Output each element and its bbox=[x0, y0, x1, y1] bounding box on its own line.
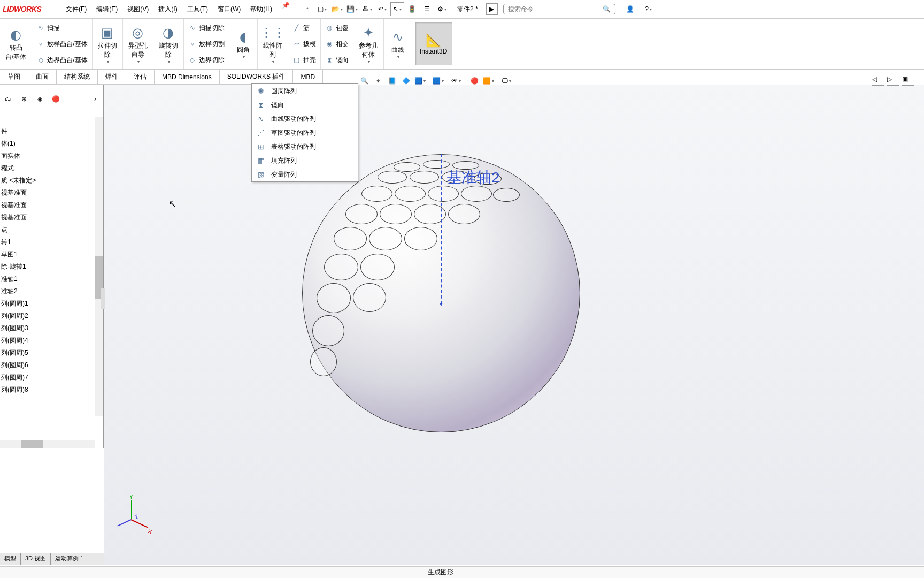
menu-view[interactable]: 视图(V) bbox=[123, 2, 153, 17]
select-icon[interactable]: ↖▾ bbox=[390, 2, 404, 16]
tree-item[interactable]: 列(圆周)3 bbox=[0, 322, 103, 334]
tab-evaluate[interactable]: 评估 bbox=[126, 70, 155, 84]
menu-window[interactable]: 窗口(W) bbox=[213, 2, 245, 17]
tree-item[interactable]: 列(圆周)8 bbox=[0, 384, 103, 396]
zoom-fit-icon[interactable]: 🔍 bbox=[358, 75, 370, 87]
tree-item[interactable]: 体(1) bbox=[0, 138, 103, 150]
tab-model[interactable]: 模型 bbox=[0, 553, 21, 565]
search-icon[interactable]: 🔍 bbox=[603, 5, 611, 13]
zoom-area-icon[interactable]: ⌖ bbox=[372, 75, 384, 87]
menu-tools[interactable]: 工具(T) bbox=[183, 2, 212, 17]
loft-cut-button[interactable]: ▿放样切割 bbox=[186, 39, 227, 50]
tree-item[interactable]: 准轴1 bbox=[0, 273, 103, 285]
next-panel-icon[interactable]: ▷ bbox=[887, 75, 899, 86]
curves-button[interactable]: ∿曲线▾ bbox=[386, 26, 410, 62]
panel-tab-config[interactable]: ◈ bbox=[32, 91, 48, 107]
help-icon[interactable]: ? ▾ bbox=[642, 2, 656, 16]
undo-icon[interactable]: ↶▾ bbox=[375, 2, 389, 16]
tree-item[interactable]: 除-旋转1 bbox=[0, 261, 103, 273]
hide-show-icon[interactable]: 👁▾ bbox=[450, 75, 462, 87]
dd-curve-pattern[interactable]: ∿曲线驱动的阵列 bbox=[252, 112, 358, 126]
dd-table-pattern[interactable]: ⊞表格驱动的阵列 bbox=[252, 140, 358, 154]
dd-circular-pattern[interactable]: ✺圆周阵列 bbox=[252, 84, 358, 98]
tree-item[interactable]: 视基准面 bbox=[0, 187, 103, 199]
linear-pattern-button[interactable]: ⋮⋮线性阵 列▾ bbox=[260, 22, 286, 66]
search-input[interactable] bbox=[508, 5, 603, 13]
tree-item[interactable]: 视基准面 bbox=[0, 211, 103, 224]
tree-item[interactable]: 列(圆周)1 bbox=[0, 298, 103, 310]
appearance-icon[interactable]: 🔴 bbox=[468, 75, 480, 87]
tree-item[interactable]: 列(圆周)2 bbox=[0, 310, 103, 322]
view-triad[interactable] bbox=[115, 500, 152, 538]
play-icon[interactable]: ▶ bbox=[486, 3, 498, 15]
tree-item[interactable]: 草图1 bbox=[0, 248, 103, 261]
user-icon[interactable]: 👤 bbox=[623, 2, 637, 16]
dd-mirror[interactable]: ⧗镜向 bbox=[252, 98, 358, 112]
panel-search-row[interactable] bbox=[0, 107, 103, 123]
panel-tab-feature-tree[interactable]: 🗂 bbox=[0, 91, 16, 107]
rib-button[interactable]: ╱筋 bbox=[290, 22, 318, 34]
revolve-boss-button[interactable]: ◐转凸 台/基体 bbox=[2, 24, 29, 64]
menu-file[interactable]: 文件(F) bbox=[61, 2, 91, 17]
view-orient-icon[interactable]: 🟦▾ bbox=[414, 75, 426, 87]
hole-wizard-button[interactable]: ◎异型孔 向导▾ bbox=[125, 22, 151, 66]
tab-structure[interactable]: 结构系统 bbox=[57, 70, 98, 84]
revolve-cut-button[interactable]: ◑旋转切 除▾ bbox=[156, 22, 181, 66]
boundary-boss-button[interactable]: ◇边界凸台/基体 bbox=[34, 55, 89, 66]
panel-tab-appearance[interactable]: 🔴 bbox=[48, 91, 64, 107]
section-view-icon[interactable]: 🔷 bbox=[400, 75, 412, 87]
extrude-cut-button[interactable]: ▣拉伸切 除▾ bbox=[95, 22, 120, 66]
tree-item[interactable]: 质 <未指定> bbox=[0, 174, 103, 187]
home-icon[interactable]: ⌂ bbox=[301, 2, 314, 16]
tab-3d-views[interactable]: 3D 视图 bbox=[21, 553, 51, 565]
draft-button[interactable]: ▱拔模 bbox=[290, 39, 318, 50]
dd-sketch-pattern[interactable]: ⋰草图驱动的阵列 bbox=[252, 126, 358, 140]
tree-item[interactable]: 面实体 bbox=[0, 150, 103, 162]
tab-mbd-dim[interactable]: MBD Dimensions bbox=[155, 70, 220, 84]
tree-item[interactable]: 程式 bbox=[0, 162, 103, 174]
fillet-button[interactable]: ◖圆角▾ bbox=[232, 26, 255, 62]
prev-panel-icon[interactable]: ◁ bbox=[872, 75, 884, 86]
dd-fill-pattern[interactable]: ▦填充阵列 bbox=[252, 154, 358, 168]
tab-mbd[interactable]: MBD bbox=[293, 70, 323, 84]
tab-sketch[interactable]: 草图 bbox=[0, 70, 28, 84]
tree-item[interactable]: 转1 bbox=[0, 236, 103, 248]
sweep-cut-button[interactable]: ∿扫描切除 bbox=[186, 22, 227, 34]
menu-edit[interactable]: 编辑(E) bbox=[92, 2, 122, 17]
tree-item[interactable]: 列(圆周)6 bbox=[0, 359, 103, 371]
intersect-button[interactable]: ◉相交 bbox=[323, 39, 351, 50]
pin-icon[interactable]: 📌 bbox=[282, 2, 290, 17]
options-icon[interactable]: ☰ bbox=[420, 2, 434, 16]
wrap-button[interactable]: ◍包覆 bbox=[323, 22, 351, 34]
view-settings-icon[interactable]: 🖵▾ bbox=[500, 75, 512, 87]
print-icon[interactable]: 🖶▾ bbox=[360, 2, 374, 16]
dd-variable-pattern[interactable]: ▧变量阵列 bbox=[252, 168, 358, 181]
new-icon[interactable]: ▢▾ bbox=[315, 2, 329, 16]
tree-item[interactable]: 列(圆周)4 bbox=[0, 334, 103, 347]
panel-tab-expand[interactable]: › bbox=[87, 91, 103, 107]
tree-item[interactable]: 件 bbox=[0, 125, 103, 138]
loft-boss-button[interactable]: ▿放样凸台/基体 bbox=[34, 39, 89, 50]
settings-icon[interactable]: ⚙▾ bbox=[435, 2, 449, 16]
instant3d-button[interactable]: 📐Instant3D bbox=[415, 22, 452, 65]
tab-weldment[interactable]: 焊件 bbox=[98, 70, 126, 84]
scene-icon[interactable]: 🟧▾ bbox=[482, 75, 494, 87]
tree-item[interactable]: 准轴2 bbox=[0, 285, 103, 298]
tree-scrollbar-v[interactable] bbox=[95, 117, 103, 416]
panel-tab-property[interactable]: ⊕ bbox=[16, 91, 32, 107]
menu-help[interactable]: 帮助(H) bbox=[246, 2, 276, 17]
mirror-button[interactable]: ⧗镜向 bbox=[323, 55, 351, 66]
save-icon[interactable]: 💾▾ bbox=[345, 2, 359, 16]
ref-geometry-button[interactable]: ✦参考几 何体▾ bbox=[356, 22, 381, 66]
3d-viewport[interactable]: 基准轴2 bbox=[104, 85, 924, 565]
tree-item[interactable]: 列(圆周)5 bbox=[0, 347, 103, 359]
rebuild-icon[interactable]: 🚦 bbox=[405, 2, 419, 16]
max-panel-icon[interactable]: ▣ bbox=[902, 75, 914, 86]
tab-surface[interactable]: 曲面 bbox=[28, 70, 57, 84]
shell-button[interactable]: ▢抽壳 bbox=[290, 55, 318, 66]
tree-item[interactable]: 视基准面 bbox=[0, 199, 103, 211]
open-icon[interactable]: 📂▾ bbox=[330, 2, 344, 16]
sweep-button[interactable]: ∿扫描 bbox=[34, 22, 89, 34]
menu-insert[interactable]: 插入(I) bbox=[154, 2, 181, 17]
boundary-cut-button[interactable]: ◇边界切除 bbox=[186, 55, 227, 66]
